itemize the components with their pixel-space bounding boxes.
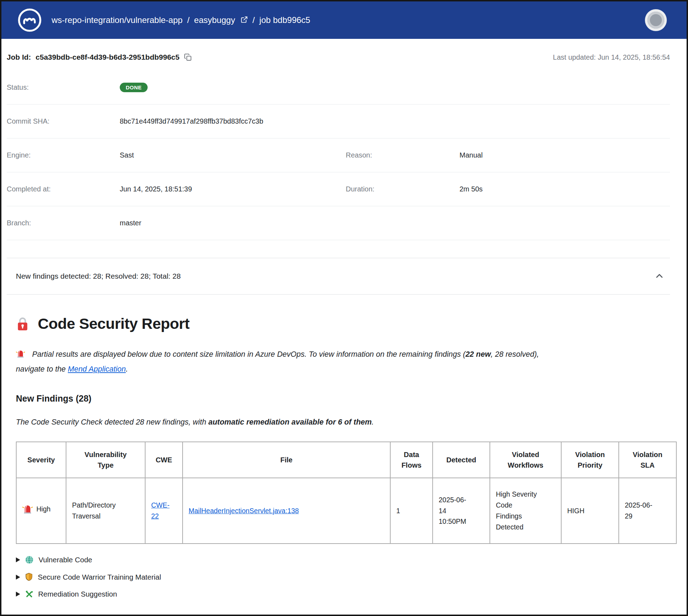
top-bar-left: ws-repo-integration/vulnerable-app / eas…: [17, 7, 310, 33]
engine-value: Sast: [120, 151, 346, 159]
status-label: Status:: [7, 83, 120, 91]
summary-bold: automatic remediation available for 6 of…: [208, 418, 372, 426]
commit-label: Commit SHA:: [7, 117, 120, 125]
red-lock-icon: [16, 316, 29, 331]
reason-value: Manual: [459, 151, 670, 159]
alarm-light-icon: [22, 504, 33, 515]
collapse-button[interactable]: [652, 268, 667, 284]
section-vulnerable-code[interactable]: Vulnerable Code: [16, 555, 670, 564]
triangle-right-icon: [16, 557, 20, 562]
partial-results-note: Partial results are displayed below due …: [16, 348, 567, 376]
findings-summary-bar: New findings detected: 28; Resolved: 28;…: [7, 258, 670, 295]
findings-table: Severity Vulnerability Type CWE File Dat…: [16, 442, 677, 544]
findings-summary-sentence: The Code Security Check detected 28 new …: [16, 418, 670, 427]
cell-data-flows: 1: [390, 478, 433, 544]
table-header-row: Severity Vulnerability Type CWE File Dat…: [16, 442, 676, 478]
section-label: Remediation Suggestion: [38, 590, 117, 598]
note-prefix: Partial results are displayed below due …: [32, 350, 465, 359]
col-header-detected: Detected: [433, 442, 490, 478]
status-badge: DONE: [120, 83, 148, 92]
code-security-report: Code Security Report Partial results are…: [7, 315, 670, 599]
note-suffix: .: [126, 365, 128, 373]
col-header-vulnerability-type: Vulnerability Type: [66, 442, 145, 478]
col-header-file: File: [183, 442, 390, 478]
duration-label: Duration:: [346, 185, 459, 193]
col-header-violation-priority: Violation Priority: [561, 442, 619, 478]
completed-at-value: Jun 14, 2025, 18:51:39: [120, 185, 346, 193]
avatar[interactable]: [645, 9, 667, 31]
branch-row: Branch: master: [7, 206, 670, 240]
section-label: Secure Code Warrior Training Material: [38, 573, 161, 581]
triangle-right-icon: [16, 592, 20, 597]
completed-at-label: Completed at:: [7, 185, 120, 193]
status-value: DONE: [120, 83, 346, 92]
breadcrumb-separator: /: [187, 15, 190, 25]
triangle-right-icon: [16, 575, 20, 580]
tools-icon: [25, 590, 34, 599]
job-id-value: c5a39bdb-ce8f-4d39-b6d3-2951bdb996c5: [36, 53, 179, 61]
cell-cwe: CWE-22: [145, 478, 183, 544]
note-bold: 22 new: [465, 350, 491, 359]
summary-suffix: .: [372, 418, 374, 426]
globe-icon: [25, 555, 34, 564]
alarm-light-icon: [16, 352, 27, 360]
job-id-label: Job Id:: [7, 53, 31, 61]
cell-violation-sla: 2025-06-29: [619, 478, 676, 544]
breadcrumb-separator: /: [253, 15, 255, 25]
summary-prefix: The Code Security Check detected 28 new …: [16, 418, 208, 426]
job-id: Job Id: c5a39bdb-ce8f-4d39-b6d3-2951bdb9…: [7, 53, 192, 61]
findings-summary-text: New findings detected: 28; Resolved: 28;…: [16, 272, 181, 280]
top-bar: ws-repo-integration/vulnerable-app / eas…: [1, 1, 687, 39]
cell-severity: High: [16, 478, 66, 544]
col-header-violation-sla: Violation SLA: [619, 442, 676, 478]
copy-icon: [184, 53, 192, 61]
breadcrumb: ws-repo-integration/vulnerable-app / eas…: [52, 15, 310, 25]
completed-duration-row: Completed at: Jun 14, 2025, 18:51:39 Dur…: [7, 172, 670, 206]
cell-detected: 2025-06-14 10:50PM: [433, 478, 490, 544]
duration-value: 2m 50s: [459, 185, 670, 193]
cell-violation-priority: HIGH: [561, 478, 619, 544]
cell-vulnerability-type: Path/Directory Traversal: [66, 478, 145, 544]
breadcrumb-repo[interactable]: ws-repo-integration/vulnerable-app: [52, 15, 183, 25]
section-training-material[interactable]: Secure Code Warrior Training Material: [16, 573, 670, 582]
status-row: Status: DONE: [7, 71, 670, 105]
finding-detail-sections: Vulnerable Code Secure Code Warrior Trai…: [16, 555, 670, 599]
breadcrumb-app[interactable]: easybuggy: [194, 15, 235, 25]
shield-icon: [25, 573, 33, 582]
finding-row: High Path/Directory Traversal CWE-22 Mai…: [16, 478, 676, 544]
last-updated: Last updated: Jun 14, 2025, 18:56:54: [553, 53, 670, 61]
main-content: Job Id: c5a39bdb-ce8f-4d39-b6d3-2951bdb9…: [1, 39, 687, 599]
col-header-cwe: CWE: [145, 442, 183, 478]
chevron-up-icon: [654, 271, 664, 281]
engine-reason-row: Engine: Sast Reason: Manual: [7, 138, 670, 172]
col-header-violated-workflows: Violated Workflows: [490, 442, 561, 478]
avatar-placeholder: [647, 12, 664, 29]
copy-job-id-button[interactable]: [184, 53, 192, 61]
cell-violated-workflows: High Severity Code Findings Detected: [490, 478, 561, 544]
report-title: Code Security Report: [38, 315, 190, 332]
breadcrumb-job: job bdb996c5: [259, 15, 310, 25]
branch-value: master: [120, 219, 346, 227]
new-findings-heading: New Findings (28): [16, 393, 670, 404]
report-title-row: Code Security Report: [16, 315, 670, 332]
section-label: Vulnerable Code: [38, 556, 92, 564]
commit-row: Commit SHA: 8bc71e449ff3d749917af298ffb3…: [7, 105, 670, 138]
section-remediation-suggestion[interactable]: Remediation Suggestion: [16, 590, 670, 599]
col-header-severity: Severity: [16, 442, 66, 478]
severity-value: High: [36, 504, 51, 515]
mend-application-link[interactable]: Mend Application: [68, 365, 126, 373]
commit-value: 8bc71e449ff3d749917af298ffb37bd83fcc7c3b: [120, 117, 346, 125]
job-id-row: Job Id: c5a39bdb-ce8f-4d39-b6d3-2951bdb9…: [7, 39, 670, 71]
branch-label: Branch:: [7, 219, 120, 227]
reason-label: Reason:: [346, 151, 459, 159]
external-link-icon[interactable]: [241, 16, 248, 23]
cell-file: MailHeaderInjectionServlet.java:138: [183, 478, 390, 544]
engine-label: Engine:: [7, 151, 120, 159]
mend-logo-icon[interactable]: [17, 7, 42, 33]
file-link[interactable]: MailHeaderInjectionServlet.java:138: [189, 507, 299, 515]
cwe-link[interactable]: CWE-22: [151, 500, 170, 522]
col-header-data-flows: Data Flows: [390, 442, 433, 478]
